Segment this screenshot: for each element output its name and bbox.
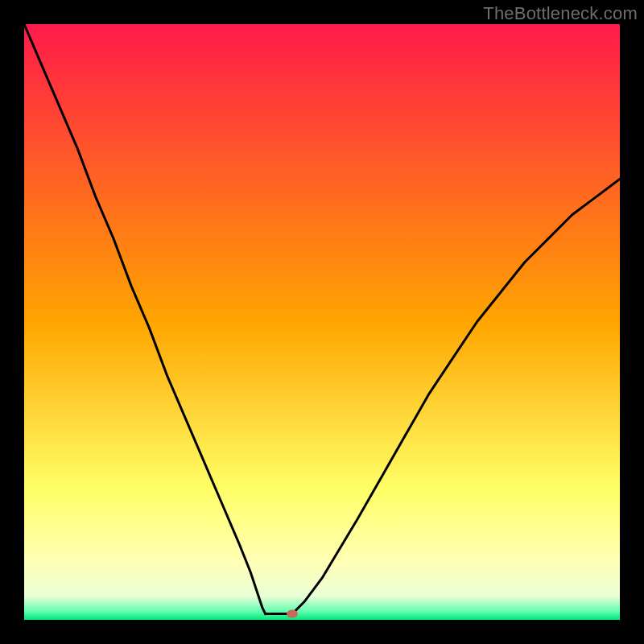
gradient-background [24,24,620,620]
plot-area [24,24,620,620]
marker-group [287,610,298,618]
chart-svg [24,24,620,620]
bottleneck-marker [287,610,298,618]
outer-frame: TheBottleneck.com [0,0,644,644]
watermark-text: TheBottleneck.com [483,3,638,24]
